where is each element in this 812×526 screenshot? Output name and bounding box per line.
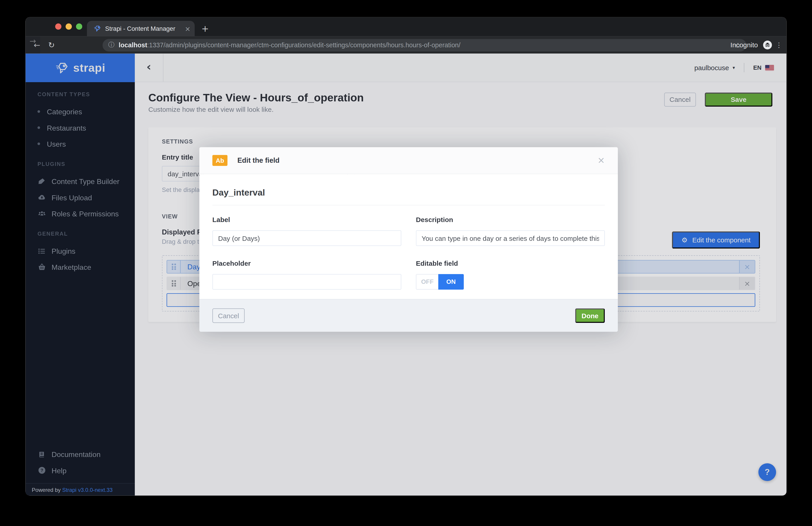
- label-input[interactable]: [212, 230, 401, 246]
- toggle-off-button[interactable]: OFF: [416, 274, 438, 290]
- new-tab-button[interactable]: +: [201, 22, 209, 35]
- screen: Strapi - Content Manager × + ← → ↻ ⓘ loc…: [0, 0, 812, 526]
- incognito-label: Incognito: [730, 41, 758, 49]
- modal-cancel-button[interactable]: Cancel: [212, 308, 245, 323]
- divider: [212, 205, 605, 205]
- modal-footer: Cancel Done: [199, 299, 618, 332]
- placeholder-field-label: Placeholder: [212, 259, 401, 267]
- url-bar[interactable]: ⓘ localhost:1337/admin/plugins/content-m…: [103, 39, 746, 51]
- browser-window: Strapi - Content Manager × + ← → ↻ ⓘ loc…: [26, 17, 787, 496]
- url-host: localhost: [119, 42, 147, 49]
- url-text: localhost:1337/admin/plugins/content-man…: [119, 42, 730, 49]
- tab-strip: Strapi - Content Manager × +: [26, 17, 787, 36]
- forward-icon[interactable]: →: [26, 36, 40, 54]
- traffic-lights: [55, 23, 82, 30]
- text-field-type-badge: Ab: [212, 155, 228, 166]
- close-icon[interactable]: ×: [597, 156, 605, 165]
- edit-field-modal: Ab Edit the field × Day_interval Label D…: [199, 147, 618, 332]
- editable-field-label: Editable field: [416, 259, 605, 267]
- browser-menu-icon[interactable]: ⋮: [775, 36, 782, 54]
- browser-tab[interactable]: Strapi - Content Manager ×: [87, 21, 195, 36]
- strapi-favicon-icon: [94, 25, 101, 32]
- description-field-label: Description: [416, 216, 605, 223]
- modal-done-button[interactable]: Done: [575, 308, 605, 323]
- tab-close-icon[interactable]: ×: [185, 25, 190, 32]
- field-name-heading: Day_interval: [212, 187, 605, 198]
- tab-title: Strapi - Content Manager: [105, 25, 185, 32]
- incognito-icon: [763, 41, 772, 49]
- close-window-button[interactable]: [55, 23, 62, 30]
- form-row-2: Placeholder Editable field OFF ON: [212, 259, 605, 289]
- minimize-window-button[interactable]: [66, 23, 72, 30]
- description-input[interactable]: [416, 230, 605, 246]
- form-row-1: Label Description: [212, 216, 605, 246]
- url-path: :1337/admin/plugins/content-manager/ctm-…: [147, 42, 460, 49]
- reload-icon[interactable]: ↻: [44, 40, 59, 49]
- toggle-on-button[interactable]: ON: [438, 274, 464, 290]
- app-viewport: strapi CONTENT TYPES Categories Restaura…: [26, 54, 787, 496]
- site-info-icon[interactable]: ⓘ: [108, 41, 115, 49]
- browser-toolbar: ← → ↻ ⓘ localhost:1337/admin/plugins/con…: [26, 36, 787, 54]
- placeholder-input[interactable]: [212, 274, 401, 290]
- modal-body: Day_interval Label Description: [199, 174, 618, 299]
- modal-title: Edit the field: [237, 156, 279, 164]
- editable-toggle: OFF ON: [416, 274, 464, 290]
- label-field-label: Label: [212, 216, 401, 223]
- maximize-window-button[interactable]: [76, 23, 82, 30]
- incognito-indicator: Incognito: [730, 36, 772, 54]
- modal-header: Ab Edit the field ×: [199, 147, 618, 174]
